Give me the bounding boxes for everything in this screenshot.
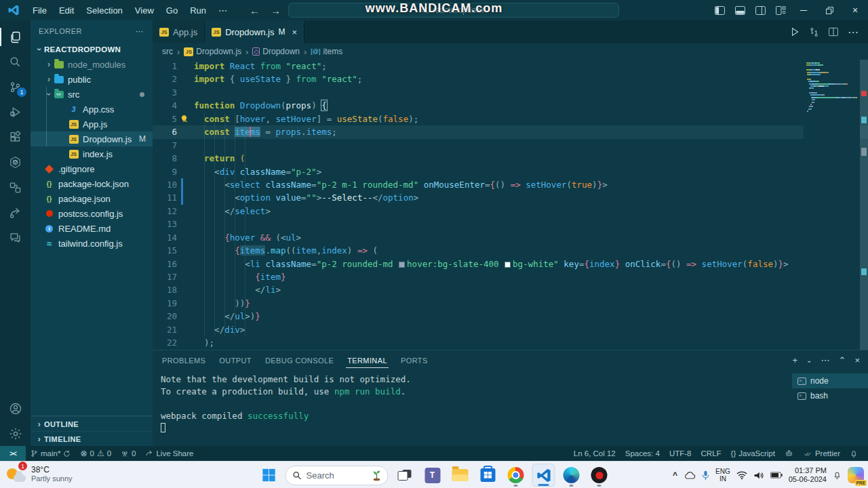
live-share-icon[interactable] bbox=[0, 200, 31, 225]
section-timeline[interactable]: ›TIMELINE bbox=[31, 431, 153, 446]
panel-tab-problems[interactable]: PROBLEMS bbox=[161, 352, 207, 368]
code-line-1[interactable]: 1import React from "react"; bbox=[153, 60, 868, 73]
file-node-modules[interactable]: ›node_modules bbox=[31, 57, 153, 72]
bandicam-button[interactable] bbox=[588, 464, 611, 487]
problems-status[interactable]: ⊗0 ⚠0 bbox=[75, 446, 116, 461]
microphone-icon[interactable] bbox=[702, 470, 709, 481]
code-line-11[interactable]: 11 <option value="">--Select--</option> bbox=[153, 191, 868, 204]
file-src[interactable]: ›<>src bbox=[31, 87, 153, 102]
menu-selection[interactable]: Selection bbox=[80, 3, 128, 18]
onedrive-cloud-icon[interactable] bbox=[684, 471, 696, 480]
file-readme-md[interactable]: iREADME.md bbox=[31, 221, 153, 236]
code-line-5[interactable]: 5 const [hover, setHover] = useState(fal… bbox=[153, 113, 868, 125]
file-app-css[interactable]: 3App.css bbox=[31, 102, 153, 117]
code-editor[interactable]: 1import React from "react";2import { use… bbox=[153, 60, 868, 350]
source-control-icon[interactable]: 1 bbox=[0, 75, 31, 100]
chat-icon[interactable] bbox=[0, 225, 31, 250]
breadcrumb-dropdown[interactable]: ◇Dropdown bbox=[252, 47, 300, 56]
minimize-button[interactable]: ─ bbox=[791, 0, 816, 20]
extensions-icon[interactable] bbox=[0, 125, 31, 150]
split-editor-icon[interactable] bbox=[829, 27, 838, 37]
toggle-secondary-sidebar-icon[interactable] bbox=[750, 0, 770, 20]
code-line-13[interactable]: 13 bbox=[153, 218, 868, 230]
close-panel-icon[interactable]: × bbox=[854, 355, 860, 365]
tab-app-js[interactable]: JSApp.js bbox=[153, 20, 205, 43]
maximize-panel-icon[interactable]: ⌃ bbox=[839, 355, 846, 365]
remote-explorer-icon[interactable] bbox=[0, 175, 31, 200]
code-line-8[interactable]: 8 return ( bbox=[153, 152, 868, 165]
panel-tab-terminal[interactable]: TERMINAL bbox=[346, 352, 389, 368]
close-button[interactable]: × bbox=[842, 0, 868, 20]
code-line-22[interactable]: 22 ); bbox=[153, 336, 868, 349]
file--gitignore[interactable]: .gitignore bbox=[31, 161, 153, 176]
wifi-icon[interactable] bbox=[736, 471, 747, 479]
minimap[interactable] bbox=[804, 60, 860, 350]
code-line-2[interactable]: 2import { useState } from "react"; bbox=[153, 73, 868, 85]
lightbulb-icon[interactable] bbox=[180, 115, 189, 123]
notification-bell-icon[interactable] bbox=[833, 470, 842, 480]
copilot-status[interactable] bbox=[780, 446, 798, 461]
file-index-js[interactable]: JSindex.js bbox=[31, 146, 153, 161]
menu-[interactable]: ⋯ bbox=[212, 3, 233, 18]
encoding[interactable]: UTF-8 bbox=[665, 446, 696, 461]
code-line-14[interactable]: 14 {hover && (<ul> bbox=[153, 231, 868, 244]
code-line-16[interactable]: 16 <li className="p-2 rounded-md hover:b… bbox=[153, 258, 868, 270]
menu-go[interactable]: Go bbox=[160, 3, 184, 18]
eol[interactable]: CRLF bbox=[696, 446, 726, 461]
code-line-17[interactable]: 17 {item} bbox=[153, 270, 868, 283]
explorer-icon[interactable] bbox=[0, 24, 31, 49]
breadcrumb-items[interactable]: [@]items bbox=[311, 47, 342, 56]
edge-button[interactable] bbox=[560, 464, 583, 487]
menu-edit[interactable]: Edit bbox=[53, 3, 80, 18]
section-outline[interactable]: ›OUTLINE bbox=[31, 416, 153, 431]
file-package-lock-json[interactable]: {}package-lock.json bbox=[31, 176, 153, 191]
code-line-9[interactable]: 9 <div className="p-2"> bbox=[153, 165, 868, 178]
task-view-button[interactable] bbox=[393, 464, 416, 487]
code-line-10[interactable]: 10 <select className="p-2 m-1 rounded-md… bbox=[153, 178, 868, 191]
start-button[interactable] bbox=[258, 464, 281, 487]
speaker-icon[interactable] bbox=[753, 471, 764, 480]
explorer-more-icon[interactable]: ⋯ bbox=[136, 27, 144, 36]
new-terminal-icon[interactable]: + bbox=[793, 355, 798, 365]
code-line-21[interactable]: 21 </div> bbox=[153, 323, 868, 336]
compare-changes-icon[interactable] bbox=[809, 27, 819, 37]
code-line-6[interactable]: 6 const items = props.items; bbox=[153, 125, 868, 138]
terminal-session-node[interactable]: >_node bbox=[792, 373, 868, 388]
notifications-bell-icon[interactable] bbox=[845, 446, 863, 461]
code-line-18[interactable]: 18 </li> bbox=[153, 283, 868, 296]
language-indicator[interactable]: ENGIN bbox=[715, 468, 730, 483]
copilot-preview-icon[interactable] bbox=[848, 467, 864, 483]
ports-status[interactable]: 0 bbox=[116, 446, 140, 461]
run-debug-icon[interactable] bbox=[0, 100, 31, 125]
customize-layout-icon[interactable] bbox=[770, 0, 791, 20]
code-line-12[interactable]: 12 </select> bbox=[153, 205, 868, 218]
clock[interactable]: 01:37 PM05-06-2024 bbox=[789, 466, 827, 484]
settings-gear-icon[interactable] bbox=[0, 421, 31, 446]
code-line-19[interactable]: 19 ))} bbox=[153, 297, 868, 310]
panel-more-icon[interactable]: ⋯ bbox=[821, 355, 830, 365]
tab-close-icon[interactable]: × bbox=[292, 27, 297, 37]
battery-icon[interactable] bbox=[770, 472, 783, 479]
remote-indicator[interactable]: >< bbox=[0, 446, 26, 461]
account-icon[interactable] bbox=[0, 396, 31, 421]
command-center-search[interactable]: reactdropdown bbox=[288, 3, 619, 18]
file-public[interactable]: ›public bbox=[31, 72, 153, 87]
code-line-15[interactable]: 15 {items.map((item,index) => ( bbox=[153, 244, 868, 257]
terminal-output[interactable]: Note that the development build is not o… bbox=[161, 373, 789, 443]
code-line-20[interactable]: 20 </ul>)} bbox=[153, 310, 868, 323]
prettier-status[interactable]: Prettier bbox=[798, 446, 845, 461]
tree-root[interactable]: ›REACTDROPDOWN bbox=[31, 42, 153, 57]
tray-show-hidden-icon[interactable]: ^ bbox=[673, 470, 677, 480]
terminal-session-bash[interactable]: >_bash bbox=[792, 388, 868, 403]
file-explorer-button[interactable] bbox=[449, 464, 472, 487]
toggle-panel-icon[interactable] bbox=[730, 0, 750, 20]
teams-button[interactable]: T bbox=[421, 464, 444, 487]
file-dropdown-js[interactable]: JSDropdown.jsM bbox=[31, 131, 153, 146]
indentation[interactable]: Spaces: 4 bbox=[620, 446, 665, 461]
editor-more-icon[interactable]: ⋯ bbox=[848, 26, 859, 39]
file-postcss-config-js[interactable]: postcss.config.js bbox=[31, 206, 153, 221]
run-file-icon[interactable] bbox=[790, 27, 800, 37]
code-line-4[interactable]: 4function Dropdown(props) { bbox=[153, 99, 868, 112]
toggle-sidebar-icon[interactable] bbox=[709, 0, 730, 20]
menu-run[interactable]: Run bbox=[184, 3, 212, 18]
